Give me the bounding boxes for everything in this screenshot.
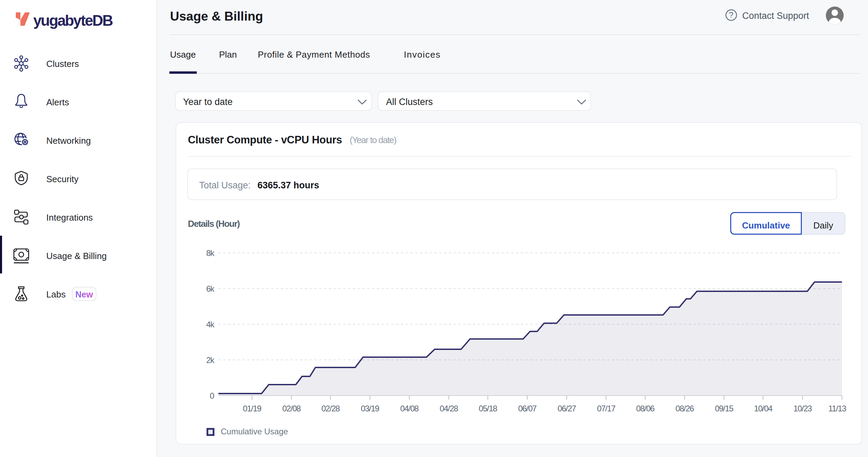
svg-text:11/13: 11/13: [828, 404, 846, 413]
svg-text:10/04: 10/04: [754, 404, 772, 413]
svg-text:Cumulative Usage: Cumulative Usage: [221, 427, 288, 436]
svg-text:08/06: 08/06: [636, 404, 654, 413]
svg-text:2k: 2k: [206, 355, 215, 365]
svg-text:0: 0: [210, 391, 214, 400]
svg-text:6k: 6k: [206, 284, 215, 293]
svg-text:08/26: 08/26: [675, 404, 694, 413]
svg-text:02/08: 02/08: [282, 404, 301, 413]
svg-text:04/08: 04/08: [400, 404, 419, 413]
svg-text:07/17: 07/17: [597, 404, 615, 413]
svg-text:06/27: 06/27: [557, 404, 576, 413]
svg-text:?: ?: [729, 11, 734, 20]
svg-text:01/19: 01/19: [243, 404, 261, 413]
svg-text:06/07: 06/07: [518, 404, 537, 413]
svg-text:4k: 4k: [206, 320, 215, 329]
svg-text:03/19: 03/19: [361, 404, 379, 413]
svg-text:09/15: 09/15: [715, 404, 733, 413]
svg-text:05/18: 05/18: [479, 404, 497, 413]
svg-text:04/28: 04/28: [439, 404, 458, 413]
svg-text:8k: 8k: [206, 248, 215, 258]
svg-text:10/23: 10/23: [793, 404, 812, 413]
svg-text:02/28: 02/28: [321, 404, 340, 413]
